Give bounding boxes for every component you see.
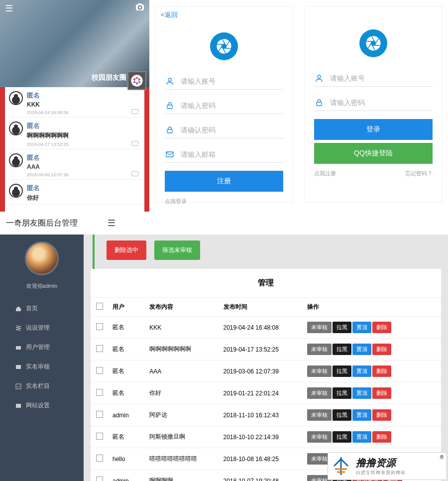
feed-panel: ☰ 校园朋友圈 匿名KKK2019-04-24 16:48:08匿名啊啊啊啊啊啊…: [0, 0, 149, 212]
forgot-link[interactable]: 忘记密码？: [405, 170, 433, 177]
unreviewed-button[interactable]: 未审核: [307, 365, 332, 377]
block-button[interactable]: 拉黑: [333, 409, 351, 421]
avatar-icon: [9, 184, 23, 198]
top-button[interactable]: 置顶: [352, 322, 371, 333]
unreviewed-button[interactable]: 未审核: [307, 344, 332, 355]
email-input[interactable]: [181, 150, 283, 158]
delete-button[interactable]: 删除: [372, 431, 391, 443]
sidebar-item[interactable]: 实名审核: [0, 357, 84, 376]
feed-item[interactable]: 匿名啊啊啊啊啊啊啊2019-04-17 13:52:25: [5, 118, 144, 149]
register-link[interactable]: 点我注册: [314, 170, 336, 177]
row-checkbox[interactable]: [96, 345, 103, 352]
top-button[interactable]: 置顶: [352, 387, 371, 399]
register-panel: <返回 注册 点我登录: [149, 0, 299, 212]
top-button[interactable]: 置顶: [352, 365, 371, 377]
sidebar-item[interactable]: 用户管理: [0, 338, 84, 357]
select-all-checkbox[interactable]: [96, 303, 103, 310]
login-panel: 登录 QQ快捷登陆 点我注册 忘记密码？: [299, 0, 448, 212]
comment-icon[interactable]: [131, 109, 138, 114]
unreviewed-button[interactable]: 未审核: [307, 431, 332, 443]
cell-time: 2018-10-08 16:48:25: [220, 448, 304, 470]
menu-icon[interactable]: ☰: [5, 3, 13, 14]
feed-item[interactable]: 匿名KKK2019-04-24 16:48:08: [5, 87, 144, 118]
delete-button[interactable]: 删除: [372, 344, 391, 355]
sidebar-item-label: 实名栏目: [26, 382, 50, 390]
sidebar-item[interactable]: 首页: [0, 299, 84, 318]
sidebar-item[interactable]: 网站设置: [0, 396, 84, 415]
comment-icon[interactable]: [131, 171, 138, 176]
row-checkbox[interactable]: [96, 323, 103, 330]
block-button[interactable]: 拉黑: [333, 322, 351, 333]
feed-item[interactable]: 匿名AAA2019-03-06 12:07:39: [5, 149, 144, 180]
user-icon: [165, 76, 175, 86]
row-checkbox[interactable]: [96, 367, 103, 374]
unreviewed-button[interactable]: 未审核: [307, 387, 332, 399]
row-checkbox[interactable]: [96, 477, 103, 481]
account-input[interactable]: [330, 74, 433, 82]
unreviewed-button[interactable]: 未审核: [307, 409, 332, 421]
register-button[interactable]: 注册: [165, 171, 283, 192]
cell-content: AAA: [145, 361, 219, 382]
delete-button[interactable]: 删除: [372, 322, 391, 333]
sidebar-item[interactable]: 说说管理: [0, 318, 84, 338]
feed-name: 匿名: [27, 91, 69, 100]
svg-rect-16: [16, 404, 21, 408]
qq-login-button[interactable]: QQ快捷登陆: [314, 143, 433, 164]
feed-content: KKK: [27, 101, 69, 108]
col-time: 发布时间: [220, 298, 304, 317]
block-button[interactable]: 拉黑: [333, 431, 351, 443]
svg-rect-7: [167, 105, 172, 109]
row-checkbox[interactable]: [96, 433, 103, 440]
svg-rect-14: [16, 365, 21, 369]
row-checkbox[interactable]: [96, 411, 103, 418]
feed-content: 你好: [27, 194, 40, 202]
back-link[interactable]: <返回: [156, 6, 292, 23]
top-button[interactable]: 置顶: [352, 431, 371, 443]
password-input[interactable]: [330, 99, 433, 107]
camera-icon[interactable]: [135, 3, 144, 14]
feed-hero: ☰ 校园朋友圈: [0, 0, 149, 87]
avatar-icon: [9, 121, 23, 135]
delete-button[interactable]: 删除: [372, 387, 391, 399]
block-button[interactable]: 拉黑: [333, 387, 351, 399]
filter-unreviewed-button[interactable]: 筛选未审核: [154, 240, 200, 260]
login-button[interactable]: 登录: [314, 119, 433, 140]
svg-rect-12: [317, 102, 322, 106]
table-header-row: 用户 发布内容 发布时间 操作: [91, 298, 441, 317]
delete-button[interactable]: 删除: [372, 409, 391, 421]
login-link[interactable]: 点我登录: [165, 198, 187, 205]
comment-icon[interactable]: [131, 141, 138, 146]
svg-rect-13: [16, 346, 21, 350]
account-input[interactable]: [181, 77, 283, 85]
feed-item[interactable]: 匿名你好: [5, 180, 144, 205]
admin-title: 一奇朋友圈后台管理: [6, 218, 78, 229]
delete-button[interactable]: 删除: [372, 365, 391, 377]
block-button[interactable]: 拉黑: [333, 344, 351, 355]
password-input[interactable]: [181, 102, 283, 110]
top-button[interactable]: 置顶: [352, 409, 371, 421]
menu-item-icon: [15, 325, 22, 332]
menu-icon[interactable]: ☰: [108, 218, 115, 229]
cell-content: KKK: [145, 317, 219, 339]
confirm-input[interactable]: [181, 126, 283, 134]
unreviewed-button[interactable]: 未审核: [307, 322, 332, 333]
card-title: 管理: [91, 269, 441, 298]
row-checkbox[interactable]: [96, 455, 103, 462]
top-button[interactable]: 置顶: [352, 344, 371, 355]
col-ops: 操作: [303, 298, 441, 317]
cell-user: 匿名: [109, 426, 145, 448]
cell-user: 匿名: [109, 339, 145, 361]
user-icon: [314, 73, 324, 83]
watermark: 撸撸资源白嫖互联网资源的网站 ®: [328, 452, 447, 480]
logo-icon: [210, 32, 238, 60]
delete-selected-button[interactable]: 删除选中: [107, 240, 146, 260]
logo-icon: [359, 29, 387, 57]
block-button[interactable]: 拉黑: [333, 365, 351, 377]
sidebar-item-label: 首页: [26, 304, 38, 313]
table-row: 匿名AAA2019-03-06 12:07:39未审核拉黑置顶删除: [91, 361, 441, 382]
row-checkbox[interactable]: [96, 389, 103, 396]
cell-content: 啊啊啊啊啊啊啊: [145, 339, 219, 361]
cell-content: 阿萨达: [145, 404, 219, 426]
sidebar-item[interactable]: 实名栏目: [0, 376, 84, 396]
avatar-icon: [9, 91, 23, 105]
